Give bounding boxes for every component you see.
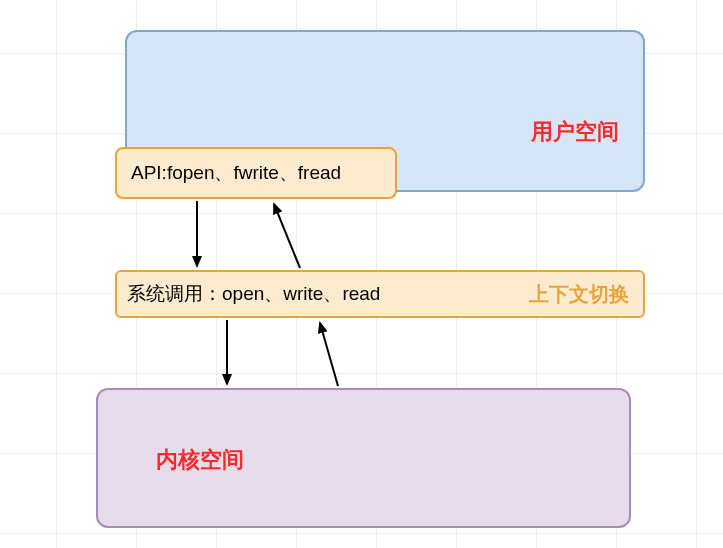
kernel-space-label: 内核空间 — [156, 445, 244, 475]
arrow-syscall-to-api — [274, 204, 300, 268]
syscall-box: 系统调用：open、write、read 上下文切换 — [115, 270, 645, 318]
api-box: API:fopen、fwrite、fread — [115, 147, 397, 199]
diagram-canvas: 用户空间 API:fopen、fwrite、fread 系统调用：open、wr… — [0, 0, 723, 548]
api-box-text: API:fopen、fwrite、fread — [131, 160, 341, 186]
arrow-kernel-to-syscall — [320, 323, 338, 386]
user-space-label: 用户空间 — [531, 117, 619, 147]
kernel-space-box: 内核空间 — [96, 388, 631, 528]
context-switch-label: 上下文切换 — [529, 281, 629, 308]
syscall-text: 系统调用：open、write、read — [117, 281, 380, 307]
